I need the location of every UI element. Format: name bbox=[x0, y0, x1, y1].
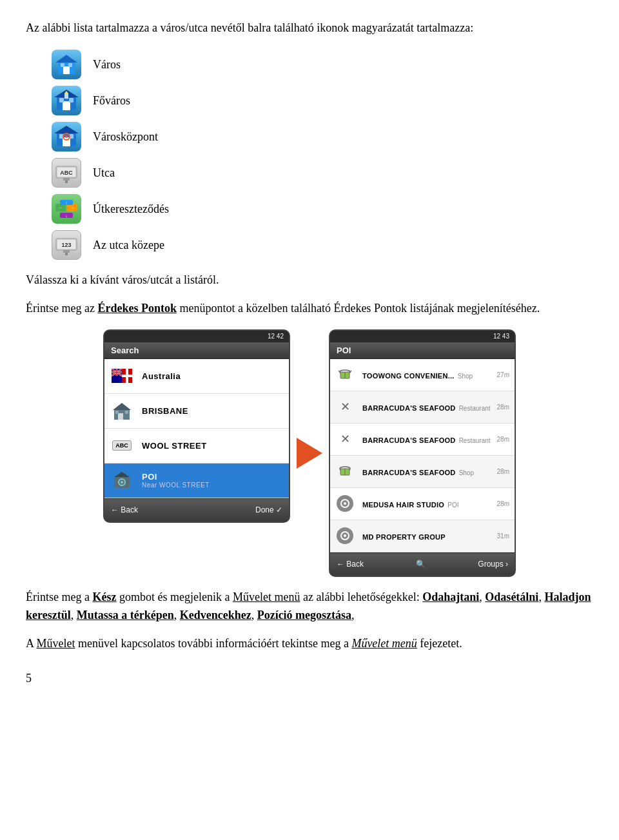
toowong-dist: 27m bbox=[495, 371, 515, 378]
svg-text:→: → bbox=[70, 206, 75, 210]
mvelet-section-text: A Művelet menüvel kapcsolatos további in… bbox=[26, 635, 593, 653]
varos-label: Város bbox=[93, 58, 121, 72]
varosközpont-icon bbox=[52, 122, 81, 151]
svg-text:←: ← bbox=[59, 206, 63, 210]
barracuda3-dist: 28m bbox=[495, 468, 515, 475]
intro-text: Az alábbi lista tartalmazza a város/utca… bbox=[26, 19, 593, 37]
search-item-poi[interactable]: POI Near WOOL STREET bbox=[104, 464, 289, 498]
search-item-australia[interactable]: Australia bbox=[104, 359, 289, 394]
poi-item-barracuda3[interactable]: BARRACUDA'S SEAFOOD Shop 28m bbox=[330, 456, 515, 488]
svg-rect-23 bbox=[65, 181, 68, 183]
city-icon bbox=[104, 393, 139, 428]
barracuda3-info: BARRACUDA'S SEAFOOD Shop bbox=[360, 465, 495, 478]
svg-rect-36 bbox=[65, 253, 68, 255]
svg-rect-2 bbox=[63, 66, 70, 74]
poi-icon bbox=[104, 463, 139, 498]
svg-rect-53 bbox=[115, 411, 119, 414]
done-button[interactable]: Done ✓ bbox=[255, 505, 282, 514]
kozepe-icon: 123 bbox=[52, 230, 81, 260]
basket-icon-2 bbox=[330, 455, 360, 487]
poi-back-button[interactable]: ← Back bbox=[337, 560, 364, 569]
svg-point-68 bbox=[344, 534, 346, 537]
toowong-info: TOOWONG CONVENIEN... Shop bbox=[360, 368, 495, 382]
search-screen: 12 42 Search bbox=[103, 329, 290, 523]
poi-intro-text: Érintse meg az Érdekes Pontok menüpontot… bbox=[26, 300, 593, 318]
md-dist: 31m bbox=[495, 532, 515, 540]
svg-rect-35 bbox=[63, 250, 70, 253]
svg-rect-9 bbox=[69, 98, 74, 103]
page-number: 5 bbox=[26, 672, 593, 685]
search-bottombar: ← Back Done ✓ bbox=[104, 498, 289, 522]
poi-subtext: Near WOOL STREET bbox=[142, 482, 289, 489]
flag-icon bbox=[104, 358, 139, 393]
cross-icon-2: ✕ bbox=[330, 423, 360, 455]
utca-label: Utca bbox=[93, 166, 115, 180]
varosközpont-label: Városközpont bbox=[93, 130, 158, 144]
back-button[interactable]: ← Back bbox=[111, 505, 138, 514]
poi-search-button[interactable]: 🔍 bbox=[416, 560, 426, 569]
search-titlebar: Search bbox=[104, 342, 289, 359]
woolstreet-label: WOOL STREET bbox=[139, 441, 289, 451]
svg-rect-54 bbox=[125, 411, 128, 414]
barracuda2-dist: 28m bbox=[495, 436, 515, 443]
svg-rect-52 bbox=[118, 413, 123, 420]
poi-item-barracuda1[interactable]: ✕ BARRACUDA'S SEAFOOD Restaurant 28m bbox=[330, 391, 515, 424]
medusa-info: MEDUSA HAIR STUDIO POI bbox=[360, 497, 495, 511]
search-item-brisbane[interactable]: BRISBANE bbox=[104, 394, 289, 429]
svg-rect-3 bbox=[61, 63, 64, 67]
svg-point-66 bbox=[344, 502, 346, 505]
barracuda2-info: BARRACUDA'S SEAFOOD Restaurant bbox=[360, 433, 495, 446]
svg-point-18 bbox=[65, 135, 68, 138]
list-item-utca: ABC Utca bbox=[52, 158, 593, 188]
search-statusbar: 12 42 bbox=[104, 331, 289, 342]
poi-item-medusa[interactable]: MEDUSA HAIR STUDIO POI 28m bbox=[330, 488, 515, 520]
poi-item-toowong[interactable]: TOOWONG CONVENIEN... Shop 27m bbox=[330, 359, 515, 391]
select-text: Válassza ki a kívánt város/utcát a listá… bbox=[26, 271, 593, 289]
barracuda1-info: BARRACUDA'S SEAFOOD Restaurant bbox=[360, 400, 495, 414]
search-item-woolstreet[interactable]: ABC WOOL STREET bbox=[104, 429, 289, 464]
svg-rect-10 bbox=[64, 93, 68, 99]
screenshots-row: 12 42 Search bbox=[26, 329, 593, 577]
utca-icon: ABC bbox=[52, 158, 81, 188]
svg-text:↑: ↑ bbox=[65, 200, 68, 205]
cross-icon-1: ✕ bbox=[330, 391, 360, 423]
poi-groups-button[interactable]: Groups › bbox=[478, 560, 508, 569]
md-info: MD PROPERTY GROUP bbox=[360, 529, 495, 543]
svg-text:ABC: ABC bbox=[60, 170, 73, 176]
kozepe-label: Az utca közepe bbox=[93, 239, 164, 252]
svg-rect-8 bbox=[59, 98, 64, 103]
svg-text:↓: ↓ bbox=[65, 213, 68, 218]
poi-circle-icon-2 bbox=[330, 520, 360, 552]
barracuda1-dist: 28m bbox=[495, 404, 515, 411]
poi-bottombar: ← Back 🔍 Groups › bbox=[330, 552, 515, 576]
svg-rect-22 bbox=[63, 178, 70, 181]
list-item-varos: Város bbox=[52, 50, 593, 79]
poi-item-barracuda2[interactable]: ✕ BARRACUDA'S SEAFOOD Restaurant 28m bbox=[330, 424, 515, 456]
svg-rect-4 bbox=[68, 63, 72, 67]
svg-marker-51 bbox=[113, 403, 131, 410]
svg-rect-49 bbox=[126, 369, 128, 383]
poi-screen: 12 43 POI TOOWONG CONVENIEN... Shop bbox=[329, 329, 516, 577]
list-item-varosközpont: Városközpont bbox=[52, 122, 593, 151]
svg-marker-1 bbox=[55, 55, 77, 63]
list-item-kereszt: ← → ↑ ↓ Útkereszteződés bbox=[52, 194, 593, 224]
medusa-dist: 28m bbox=[495, 500, 515, 507]
svg-marker-13 bbox=[54, 126, 79, 133]
poi-circle-icon-1 bbox=[330, 487, 360, 520]
poi-label: POI Near WOOL STREET bbox=[139, 472, 289, 489]
poi-list: TOOWONG CONVENIEN... Shop 27m ✕ BARRACUD… bbox=[330, 359, 515, 552]
svg-rect-7 bbox=[63, 101, 70, 110]
brisbane-label: BRISBANE bbox=[139, 406, 289, 416]
fovaros-label: Főváros bbox=[93, 94, 130, 108]
kereszt-icon: ← → ↑ ↓ bbox=[52, 194, 81, 224]
list-item-kozepe: 123 Az utca közepe bbox=[52, 230, 593, 260]
poi-item-md[interactable]: MD PROPERTY GROUP 31m bbox=[330, 520, 515, 552]
svg-marker-56 bbox=[114, 472, 130, 477]
bottom-section-text: Érintse meg a Kész gombot és megjelenik … bbox=[26, 589, 593, 625]
search-list: Australia BRISBANE ABC bbox=[104, 359, 289, 498]
abc-icon: ABC bbox=[104, 428, 139, 463]
basket-icon-1 bbox=[330, 358, 360, 391]
arrow-right-icon bbox=[297, 438, 322, 469]
icon-list: Város Főváros bbox=[52, 50, 593, 260]
varos-icon bbox=[52, 50, 81, 79]
